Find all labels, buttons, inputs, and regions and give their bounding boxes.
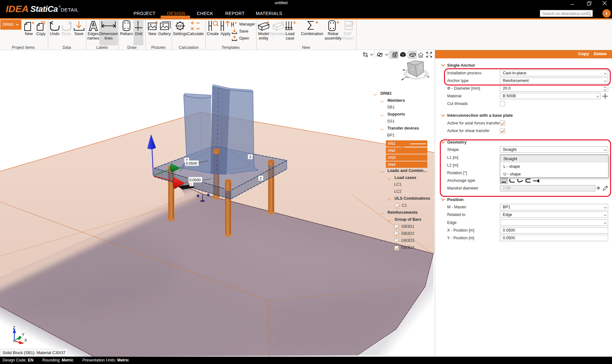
svg-text:1: 1 <box>190 182 192 186</box>
svg-text:DXF: DXF <box>346 24 352 28</box>
svg-text:0.0500: 0.0500 <box>189 178 201 182</box>
svg-text:0.0500: 0.0500 <box>186 161 197 165</box>
svg-text:StatiCa: StatiCa <box>30 4 58 14</box>
svg-text:</>: </> <box>178 24 184 28</box>
svg-text:IDEA: IDEA <box>6 4 29 14</box>
svg-text:Z: Z <box>13 325 15 330</box>
svg-text:DETAIL: DETAIL <box>61 7 79 12</box>
svg-text:3: 3 <box>249 155 251 159</box>
svg-text:Y: Y <box>22 332 25 337</box>
svg-text:2: 2 <box>260 176 262 180</box>
svg-text:X: X <box>24 338 27 343</box>
